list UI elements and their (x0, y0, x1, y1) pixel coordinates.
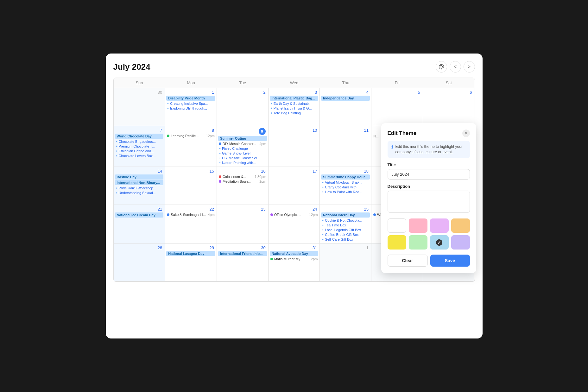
day-cell-w4d0[interactable]: 28 (114, 243, 165, 281)
day-cell-w1d3[interactable]: 10 (269, 126, 320, 167)
day-cell-w3d0[interactable]: 21National Ice Cream Day (114, 205, 165, 243)
day-cell-w1d0[interactable]: 7World Chocolate DayChocolate Brigadeiro… (114, 126, 165, 167)
holiday-badge[interactable]: National Lasagna Day (166, 251, 215, 256)
timed-event[interactable]: Mafia Murder My...2pm (270, 257, 319, 261)
close-panel-button[interactable]: ✕ (462, 130, 470, 137)
event-highlight[interactable]: Summertime Happy Hour (321, 174, 370, 180)
day-header-tue: Tue (217, 78, 269, 88)
timed-event[interactable]: Meditation Soun...2pm (218, 179, 267, 184)
event-item[interactable]: Nature Painting with... (218, 161, 267, 165)
event-item[interactable]: Coffee Break Gift Box (321, 232, 370, 237)
day-cell-w3d3[interactable]: 24Office Olympics...12pm (269, 205, 320, 243)
day-number: 11 (321, 127, 370, 134)
holiday-badge[interactable]: International Friendship... (218, 251, 267, 256)
color-swatch-mint[interactable] (409, 235, 427, 250)
holiday-badge[interactable]: Disability Pride Month (166, 96, 215, 101)
event-dot-icon (219, 180, 221, 183)
day-number: 25 (321, 206, 370, 212)
svg-point-2 (440, 66, 441, 66)
panel-header: Edit Theme ✕ (388, 130, 470, 137)
event-item[interactable]: Chocolate Brigadeiros... (115, 139, 164, 144)
event-highlight[interactable]: International Plastic Bag... (270, 96, 319, 101)
event-item[interactable]: Picnic Challenge (218, 146, 267, 151)
event-item[interactable]: Virtual Mixology: Shak... (321, 180, 370, 185)
event-item[interactable]: Premium Chocolate T... (115, 144, 164, 149)
event-item[interactable]: Cookie & Hot Chocola... (321, 218, 370, 223)
event-item[interactable]: Exploring DEI through... (166, 106, 215, 111)
color-swatch-white[interactable] (388, 218, 406, 233)
palette-button[interactable] (436, 61, 447, 73)
event-item[interactable]: Game Show- Live! (218, 151, 267, 155)
day-cell-w4d4[interactable]: 1 (320, 243, 371, 281)
timed-event[interactable]: Colosseum &...1:30pm (218, 174, 267, 179)
timed-event[interactable]: DIY Mosaic Coaster...4pm (218, 142, 267, 146)
day-cell-w0d3[interactable]: 3International Plastic Bag...Earth Day &… (269, 88, 320, 126)
holiday-badge[interactable]: Bastille Day (115, 174, 164, 180)
day-number: 8 (166, 127, 215, 134)
event-highlight[interactable]: National Intern Day (321, 212, 370, 218)
event-item[interactable]: Pride Haiku Workshop... (115, 186, 164, 190)
event-item[interactable]: Ethiopian Coffee and... (115, 149, 164, 153)
event-item[interactable]: Local Legends Gift Box (321, 228, 370, 232)
prev-month-button[interactable]: < (450, 61, 461, 73)
description-textarea[interactable] (388, 191, 470, 213)
day-cell-w2d0[interactable]: 14Bastille DayInternational Non-Binary..… (114, 167, 165, 205)
day-cell-w0d1[interactable]: 1Disability Pride MonthCreating Inclusiv… (165, 88, 217, 126)
day-cell-w0d4[interactable]: 4Independence Day (320, 88, 371, 126)
day-cell-w0d2[interactable]: 2 (217, 88, 269, 126)
event-item[interactable]: Tea Time Box (321, 223, 370, 227)
timed-event[interactable]: Learning Resilie...12pm (166, 134, 215, 138)
color-swatch-lilac[interactable] (451, 235, 470, 250)
day-cell-w3d1[interactable]: 22Sake & Suminagashi...4pm (165, 205, 217, 243)
event-highlight[interactable]: Summer Outing (218, 136, 267, 141)
event-item[interactable]: Self-Care Gift Box (321, 237, 370, 242)
holiday-badge[interactable]: National Ice Cream Day (115, 212, 164, 218)
day-cell-w4d1[interactable]: 29National Lasagna Day (165, 243, 217, 281)
event-item[interactable]: Chocolate Lovers Box... (115, 154, 164, 158)
next-month-button[interactable]: > (464, 61, 475, 73)
event-highlight[interactable]: National Avocado Day (270, 251, 319, 256)
event-item[interactable]: Earth Day & Sustainab... (270, 101, 319, 106)
save-button[interactable]: Save (430, 255, 470, 267)
event-highlight[interactable]: Independence Day (321, 96, 370, 101)
day-cell-w4d2[interactable]: 30International Friendship... (217, 243, 269, 281)
timed-event[interactable]: Office Olympics...12pm (270, 212, 319, 217)
day-number: 5 (373, 89, 421, 96)
day-cell-w2d4[interactable]: 18Summertime Happy HourVirtual Mixology:… (320, 167, 371, 205)
title-input[interactable] (388, 169, 470, 180)
event-item[interactable]: How to Paint with Red... (321, 190, 370, 194)
holiday-badge[interactable]: International Non-Binary... (115, 180, 164, 185)
event-item[interactable]: Planet Earth Trivia & G... (270, 106, 319, 111)
day-cell-w0d5[interactable]: 5 (371, 88, 423, 126)
day-cell-w2d3[interactable]: 17 (269, 167, 320, 205)
day-header-sat: Sat (423, 78, 475, 88)
day-cell-w2d2[interactable]: 16Colosseum &...1:30pmMeditation Soun...… (217, 167, 269, 205)
event-dot-icon (219, 175, 221, 178)
event-item[interactable]: Creating Inclusive Spa... (166, 101, 215, 106)
color-swatch-lavender[interactable] (430, 218, 449, 233)
holiday-badge[interactable]: World Chocolate Day (115, 134, 164, 139)
color-swatch-yellow[interactable] (388, 235, 406, 250)
color-swatch-peach[interactable] (451, 218, 470, 233)
color-swatch-pink[interactable] (409, 218, 427, 233)
panel-actions: Clear Save (388, 255, 470, 267)
day-cell-w0d0[interactable]: 30 (114, 88, 165, 126)
day-cell-w4d3[interactable]: 31National Avocado DayMafia Murder My...… (269, 243, 320, 281)
day-cell-w1d2[interactable]: 9Summer OutingDIY Mosaic Coaster...4pmPi… (217, 126, 269, 167)
day-cell-w3d2[interactable]: 23 (217, 205, 269, 243)
day-cell-w0d6[interactable]: 6 (423, 88, 475, 126)
day-cell-w2d1[interactable]: 15 (165, 167, 217, 205)
event-item[interactable]: Understanding Sexual... (115, 191, 164, 195)
day-number: 3 (270, 89, 319, 96)
day-cell-w1d4[interactable]: 11 (320, 126, 371, 167)
event-item[interactable]: Tote Bag Painting (270, 111, 319, 115)
timed-event[interactable]: Sake & Suminagashi...4pm (166, 212, 215, 217)
clear-button[interactable]: Clear (388, 255, 428, 267)
day-cell-w3d4[interactable]: 25National Intern DayCookie & Hot Chocol… (320, 205, 371, 243)
day-number: 29 (166, 245, 215, 251)
event-item[interactable]: Crafty Cocktails with... (321, 185, 370, 189)
event-dot-icon (270, 213, 273, 216)
event-item[interactable]: DIY Mosaic Coaster W... (218, 156, 267, 160)
day-cell-w1d1[interactable]: 8Learning Resilie...12pm (165, 126, 217, 167)
color-swatch-sky-blue[interactable]: ✓ (430, 235, 449, 250)
